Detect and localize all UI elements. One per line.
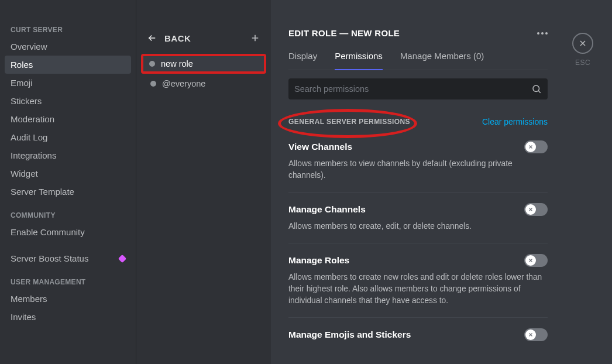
- tab-manage-members[interactable]: Manage Members (0): [400, 51, 484, 70]
- sidebar-item-members[interactable]: Members: [5, 290, 131, 308]
- esc-label: ESC: [575, 59, 590, 67]
- role-item-everyone[interactable]: @everyone: [143, 75, 264, 92]
- permission-description: Allows members to create new roles and e…: [288, 272, 548, 307]
- sidebar-item-server-boost[interactable]: Server Boost Status: [5, 249, 131, 267]
- dot-icon: [541, 32, 544, 35]
- user-management-header: USER MANAGEMENT: [5, 267, 131, 290]
- permission-toggle[interactable]: [524, 140, 548, 153]
- permission-title: View Channels: [288, 142, 352, 152]
- role-edit-panel: EDIT ROLE — NEW ROLE Display Permissions…: [271, 0, 565, 364]
- sidebar-item-server-template[interactable]: Server Template: [5, 183, 131, 201]
- search-icon: [531, 84, 542, 94]
- toggle-knob-icon: [525, 142, 536, 152]
- role-item-label: @everyone: [162, 79, 205, 88]
- search-permissions-input[interactable]: [294, 84, 531, 94]
- dot-icon: [545, 32, 548, 35]
- arrow-left-icon: [147, 33, 157, 43]
- sidebar-item-audit-log[interactable]: Audit Log: [5, 128, 131, 146]
- role-color-dot-icon: [149, 61, 155, 67]
- toggle-knob-icon: [525, 255, 536, 266]
- community-header: COMMUNITY: [5, 201, 131, 223]
- permission-toggle[interactable]: [524, 203, 548, 216]
- sidebar-item-overview[interactable]: Overview: [5, 37, 131, 56]
- roles-list-column: BACK new role @everyone: [136, 0, 271, 364]
- tab-permissions[interactable]: Permissions: [335, 51, 383, 70]
- settings-sidebar: CURT SERVER Overview Roles Emoji Sticker…: [0, 0, 136, 364]
- role-item-label: new role: [161, 59, 193, 68]
- permission-title: Manage Emojis and Stickers: [288, 329, 411, 340]
- sidebar-item-widget[interactable]: Widget: [5, 164, 131, 183]
- close-button[interactable]: [572, 33, 593, 54]
- permission-title: Manage Channels: [288, 204, 366, 215]
- permissions-section-header: GENERAL SERVER PERMISSIONS: [288, 118, 410, 126]
- search-permissions-wrap[interactable]: [288, 78, 548, 99]
- permission-manage-emojis-stickers: Manage Emojis and Stickers: [288, 328, 548, 349]
- sidebar-item-enable-community[interactable]: Enable Community: [5, 223, 131, 241]
- permission-manage-roles: Manage Roles Allows members to create ne…: [288, 254, 548, 318]
- permission-description: Allows members to view channels by defau…: [288, 158, 548, 181]
- dot-icon: [537, 32, 539, 35]
- sidebar-item-emoji[interactable]: Emoji: [5, 74, 131, 92]
- permission-manage-channels: Manage Channels Allows members to create…: [288, 203, 548, 243]
- clear-permissions-link[interactable]: Clear permissions: [482, 117, 548, 126]
- boost-gem-icon: [118, 254, 126, 262]
- toggle-knob-icon: [525, 329, 536, 340]
- svg-point-0: [533, 85, 539, 92]
- sidebar-item-integrations[interactable]: Integrations: [5, 146, 131, 164]
- permission-title: Manage Roles: [288, 255, 349, 266]
- right-gutter: ESC: [565, 0, 612, 364]
- back-label: BACK: [164, 33, 191, 43]
- sidebar-item-invites[interactable]: Invites: [5, 308, 131, 326]
- close-icon: [578, 39, 587, 48]
- sidebar-item-roles[interactable]: Roles: [5, 56, 131, 74]
- permission-toggle[interactable]: [524, 254, 548, 267]
- role-item-new-role[interactable]: new role: [141, 54, 266, 74]
- back-button[interactable]: BACK: [147, 33, 191, 43]
- add-role-button[interactable]: [250, 33, 260, 43]
- role-color-dot-icon: [150, 81, 156, 87]
- sidebar-item-moderation[interactable]: Moderation: [5, 110, 131, 128]
- server-name-header: CURT SERVER: [5, 12, 131, 37]
- permission-description: Allows members to create, edit, or delet…: [288, 221, 548, 232]
- role-tabs: Display Permissions Manage Members (0): [288, 51, 548, 70]
- more-options-button[interactable]: [537, 32, 548, 35]
- toggle-knob-icon: [525, 204, 536, 215]
- tab-display[interactable]: Display: [288, 51, 317, 70]
- permission-view-channels: View Channels Allows members to view cha…: [288, 140, 548, 193]
- page-title: EDIT ROLE — NEW ROLE: [288, 28, 400, 38]
- plus-icon: [250, 33, 260, 43]
- permission-toggle[interactable]: [524, 328, 548, 341]
- sidebar-item-stickers[interactable]: Stickers: [5, 92, 131, 110]
